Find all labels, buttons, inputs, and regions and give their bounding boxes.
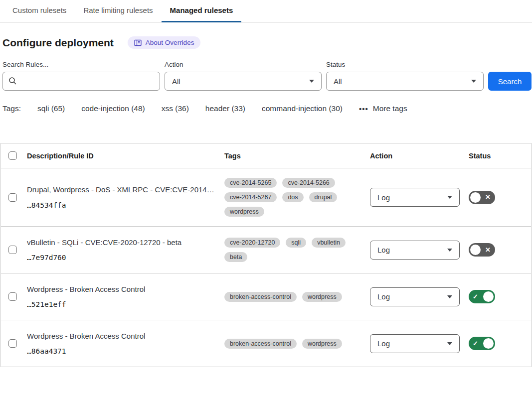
action-filter-select[interactable]: All <box>165 72 322 91</box>
rule-description: Wordpress - Broken Access Control <box>27 285 224 294</box>
search-label: Search Rules... <box>2 61 160 68</box>
book-icon <box>134 39 142 46</box>
row-checkbox[interactable] <box>8 193 17 202</box>
rule-status-toggle[interactable]: ✓ <box>469 290 495 303</box>
select-all-checkbox[interactable] <box>8 151 17 160</box>
tag-filter-link[interactable]: code-injection (48) <box>81 104 145 113</box>
column-description: Description/Rule ID <box>27 152 224 160</box>
tag-filter-link[interactable]: header (33) <box>205 104 245 113</box>
rule-description: Drupal, Wordpress - DoS - XMLRPC - CVE:C… <box>27 185 224 195</box>
search-icon <box>8 77 17 87</box>
toggle-state-icon: ✓ <box>473 340 478 347</box>
chevron-down-icon <box>447 196 452 199</box>
toggle-knob <box>483 291 494 302</box>
rule-status-toggle[interactable]: ✕ <box>469 191 495 204</box>
chevron-down-icon <box>471 80 476 83</box>
action-filter-value: All <box>172 77 180 86</box>
table-header-row: Description/Rule ID Tags Action Status <box>1 143 531 168</box>
tag-filter-link[interactable]: xss (36) <box>162 104 189 113</box>
action-filter-label: Action <box>165 61 322 68</box>
chevron-down-icon <box>447 295 452 298</box>
rule-tags: broken-access-control wordpress <box>224 292 370 302</box>
status-filter-label: Status <box>326 61 484 68</box>
table-row: Drupal, Wordpress - DoS - XMLRPC - CVE:C… <box>1 168 531 227</box>
table-row: Wordpress - Broken Access Control …521e1… <box>1 273 531 320</box>
tag-pill: cve-2014-5266 <box>282 178 335 188</box>
tab-bar: Custom rulesets Rate limiting rulesets M… <box>0 0 532 22</box>
rule-description: vBulletin - SQLi - CVE:CVE-2020-12720 - … <box>27 238 224 248</box>
rule-action-value: Log <box>377 292 390 301</box>
status-filter-select[interactable]: All <box>326 72 484 91</box>
rule-id: …86aa4371 <box>27 347 224 355</box>
rule-status-toggle[interactable]: ✓ <box>469 337 495 350</box>
tag-pill: drupal <box>309 192 338 202</box>
tag-pill: beta <box>224 252 247 262</box>
tag-pill: wordpress <box>302 339 342 349</box>
toggle-state-icon: ✓ <box>473 293 478 300</box>
rule-id: …84534ffa <box>27 201 224 209</box>
tab-label: Rate limiting rulesets <box>83 6 153 14</box>
tab-label: Managed rulesets <box>170 6 233 14</box>
column-action: Action <box>370 152 469 160</box>
toggle-knob <box>483 338 494 349</box>
rule-action-select[interactable]: Log <box>370 241 460 260</box>
tags-bar-label: Tags: <box>2 104 21 113</box>
rule-status-toggle[interactable]: ✕ <box>469 243 495 257</box>
rule-action-select[interactable]: Log <box>370 334 460 353</box>
column-status: Status <box>469 152 531 160</box>
rule-action-value: Log <box>377 246 390 254</box>
rule-action-value: Log <box>377 193 390 202</box>
ellipsis-icon: ••• <box>359 105 368 113</box>
tag-pill: broken-access-control <box>224 339 297 349</box>
rule-tags: cve-2020-12720 sqli vbulletin beta <box>224 238 370 262</box>
rule-description: Wordpress - Broken Access Control <box>27 332 224 341</box>
tag-pill: broken-access-control <box>224 292 297 302</box>
toggle-state-icon: ✕ <box>485 247 491 253</box>
row-checkbox[interactable] <box>8 339 17 348</box>
tag-pill: cve-2020-12720 <box>224 238 280 248</box>
rule-id: …521e1eff <box>27 300 224 308</box>
toggle-knob <box>470 245 481 255</box>
rule-action-select[interactable]: Log <box>370 188 460 207</box>
tag-filter-link[interactable]: sqli (65) <box>37 104 65 113</box>
status-filter-value: All <box>334 77 342 86</box>
table-row: vBulletin - SQLi - CVE:CVE-2020-12720 - … <box>1 227 531 273</box>
toggle-state-icon: ✕ <box>485 194 491 200</box>
about-overrides-label: About Overrides <box>146 39 194 46</box>
search-rules-input[interactable] <box>2 72 160 91</box>
more-tags-button[interactable]: ••• More tags <box>359 104 407 113</box>
tag-pill: dos <box>282 192 303 202</box>
chevron-down-icon <box>309 80 314 83</box>
tag-pill: sqli <box>286 238 306 248</box>
tab[interactable]: Managed rulesets <box>162 0 242 22</box>
managed-rules-table: Description/Rule ID Tags Action Status D… <box>0 143 532 367</box>
rule-action-select[interactable]: Log <box>370 287 460 306</box>
tag-pill: vbulletin <box>312 238 346 248</box>
row-checkbox[interactable] <box>8 246 17 254</box>
table-row: Wordpress - Broken Access Control …86aa4… <box>1 320 531 367</box>
tag-pill: wordpress <box>224 207 264 217</box>
tab[interactable]: Rate limiting rulesets <box>75 0 161 22</box>
about-overrides-badge[interactable]: About Overrides <box>128 36 201 49</box>
tag-filter-link[interactable]: command-injection (30) <box>262 104 343 113</box>
rule-tags: cve-2014-5265 cve-2014-5266 cve-2014-526… <box>224 178 370 217</box>
search-button[interactable]: Search <box>488 72 532 91</box>
tab[interactable]: Custom rulesets <box>4 0 75 22</box>
column-tags: Tags <box>224 152 370 160</box>
toggle-knob <box>470 192 481 203</box>
tag-pill: cve-2014-5265 <box>224 178 277 188</box>
tag-pill: cve-2014-5267 <box>224 192 277 202</box>
tags-bar: Tags: sqli (65) code-injection (48) xss … <box>0 104 532 113</box>
rule-tags: broken-access-control wordpress <box>224 339 370 349</box>
rule-action-value: Log <box>377 339 390 348</box>
page-title: Configure deployment <box>2 37 114 49</box>
rule-id: …7e97d760 <box>27 254 224 262</box>
row-checkbox[interactable] <box>8 292 17 301</box>
more-tags-label: More tags <box>373 104 407 113</box>
filter-row: Search Rules... Action All Status All Se… <box>0 61 532 91</box>
tab-label: Custom rulesets <box>12 6 66 14</box>
page-head: Configure deployment About Overrides <box>0 22 532 49</box>
tag-pill: wordpress <box>302 292 342 302</box>
chevron-down-icon <box>447 342 452 345</box>
chevron-down-icon <box>447 249 452 252</box>
